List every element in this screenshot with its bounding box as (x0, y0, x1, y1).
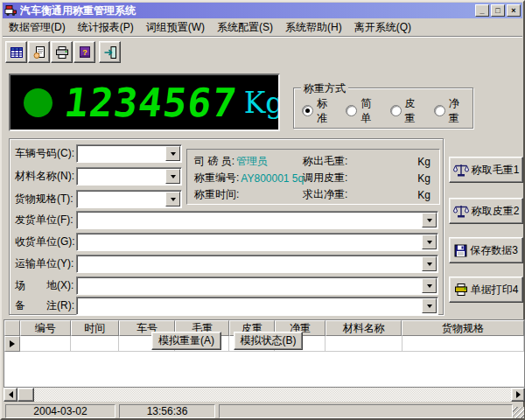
material-name-label: 材料名称(N): (15, 170, 74, 183)
chevron-down-icon (427, 241, 432, 244)
report-button[interactable] (28, 41, 50, 63)
dropdown-button[interactable] (422, 256, 437, 271)
site-label: 场 地(X): (15, 279, 74, 292)
shipper-label: 发货单位(F): (15, 214, 74, 227)
chevron-down-icon (427, 262, 432, 266)
dropdown-button[interactable] (422, 213, 437, 228)
app-window: 汽车衡通用称重管理系统 _ □ × 数据管理(D) 统计报表(P) 词组预置(W… (0, 0, 525, 420)
horizontal-scrollbar[interactable] (4, 388, 525, 402)
scale-icon (453, 204, 469, 219)
remark-label: 备 注(R): (15, 299, 74, 312)
app-truck-icon (4, 4, 17, 17)
transporter-label: 运输单位(Y): (15, 257, 74, 270)
shipper-combo[interactable] (76, 211, 438, 229)
menu-item-phrase-preset[interactable]: 词组预置(W) (140, 19, 211, 36)
operator-label: 司 磅 员: (194, 154, 234, 169)
led-weight-display: 1234567 Kg (9, 74, 280, 131)
weigh-mode-group: 称重方式 标准 简单 皮重 净重 (293, 88, 473, 129)
dropdown-button[interactable] (422, 234, 437, 249)
scrollbar-thumb[interactable] (18, 388, 34, 402)
led-status-lamp-icon (24, 88, 52, 117)
scale-icon (453, 163, 469, 178)
weigh-no-value: AY800001 5q (239, 172, 304, 185)
column-header-time[interactable]: 时间 (71, 320, 119, 336)
row-selector-cell[interactable] (4, 336, 20, 352)
status-bar: 2004-03-02 13:56:36 (4, 403, 525, 419)
data-grid-icon (10, 46, 24, 60)
radio-mode-simple[interactable]: 简单 (346, 96, 379, 126)
column-header-material[interactable]: 材料名称 (326, 320, 402, 336)
radio-mode-net[interactable]: 净重 (434, 96, 467, 126)
menu-item-system-config[interactable]: 系统配置(S) (211, 19, 279, 36)
menu-item-system-help[interactable]: 系统帮助(H) (279, 19, 348, 36)
report-icon (32, 46, 46, 60)
dropdown-button[interactable] (422, 278, 437, 293)
radio-mode-tare[interactable]: 皮重 (390, 96, 424, 126)
led-weight-value: 1234567 (62, 83, 239, 122)
simulate-weight-button[interactable]: 模拟重量(A) (151, 332, 221, 350)
radio-icon (390, 105, 402, 116)
chevron-down-icon (171, 152, 176, 156)
site-combo[interactable] (76, 276, 438, 295)
radio-selected-icon (302, 105, 313, 116)
weigh-gross-button[interactable]: 称取毛重1 (449, 157, 523, 183)
dropdown-button[interactable] (422, 298, 437, 313)
status-time: 13:56:36 (119, 404, 215, 418)
tare-weight-unit: Kg (417, 172, 430, 185)
receiver-label: 收货单位(G): (15, 235, 75, 248)
scroll-left-button[interactable] (4, 388, 18, 402)
chevron-down-icon (171, 198, 176, 201)
led-unit-label: Kg (244, 88, 280, 117)
menu-item-exit-system[interactable]: 离开系统(Q) (348, 19, 417, 36)
column-header-id[interactable]: 编号 (20, 320, 71, 336)
radio-mode-standard[interactable]: 标准 (302, 96, 335, 126)
material-name-combo[interactable] (76, 167, 182, 186)
exit-button[interactable] (99, 41, 121, 63)
radio-icon (346, 105, 357, 116)
scroll-right-button[interactable] (511, 388, 525, 402)
row-selector-header (4, 320, 20, 336)
print-button[interactable] (51, 41, 73, 63)
receiver-combo[interactable] (76, 233, 438, 251)
weigh-mode-title: 称重方式 (301, 81, 348, 96)
weigh-time-label: 称重时间: (194, 187, 239, 202)
printer-icon (55, 46, 69, 60)
cargo-spec-label: 货物规格(T): (15, 192, 74, 206)
chevron-down-icon (427, 219, 432, 222)
help-button[interactable]: ? (74, 41, 95, 63)
operator-value: 管理员 (234, 154, 301, 169)
svg-text:?: ? (82, 47, 88, 56)
net-weight-label: 求出净重: (303, 187, 347, 202)
weigh-no-label: 称重编号: (194, 171, 239, 186)
gross-weight-unit: Kg (417, 156, 430, 168)
print-receipt-button[interactable]: 单据打印4 (449, 276, 523, 303)
dropdown-button[interactable] (165, 146, 180, 161)
minimize-button[interactable]: _ (475, 4, 489, 17)
dropdown-button[interactable] (165, 169, 180, 184)
resize-grip[interactable] (513, 407, 524, 418)
dropdown-button[interactable] (165, 192, 180, 206)
vehicle-number-combo[interactable] (76, 144, 182, 163)
weigh-tare-button[interactable]: 称取皮重2 (449, 198, 523, 224)
cargo-spec-combo[interactable] (76, 190, 182, 208)
maximize-button[interactable]: □ (491, 4, 505, 17)
arrow-left-icon (9, 391, 13, 398)
current-row-marker-icon (10, 340, 15, 347)
close-button[interactable]: × (507, 4, 521, 17)
data-grid-button[interactable] (5, 41, 27, 63)
toolbar: ? (3, 38, 522, 66)
menu-item-data-management[interactable]: 数据管理(D) (3, 19, 72, 36)
transporter-combo[interactable] (76, 255, 438, 273)
column-header-spec[interactable]: 货物规格 (402, 320, 524, 336)
simulate-status-button[interactable]: 模拟状态(B) (234, 332, 303, 350)
weighing-info-panel: 司 磅 员: 管理员 称重编号: AY800001 5q 称重时间: 称出毛重:… (186, 149, 440, 205)
chevron-down-icon (427, 284, 432, 288)
records-table: 编号 时间 车号 毛重 皮重 净重 材料名称 货物规格 (4, 319, 525, 388)
remark-combo[interactable] (76, 297, 438, 315)
menu-bar: 数据管理(D) 统计报表(P) 词组预置(W) 系统配置(S) 系统帮助(H) … (3, 19, 522, 37)
chevron-down-icon (427, 304, 432, 308)
printer-icon (454, 283, 468, 297)
menu-item-statistics-report[interactable]: 统计报表(P) (72, 19, 140, 36)
save-data-button[interactable]: 保存数据3 (449, 237, 523, 263)
vehicle-number-label: 车辆号码(C): (15, 147, 74, 160)
